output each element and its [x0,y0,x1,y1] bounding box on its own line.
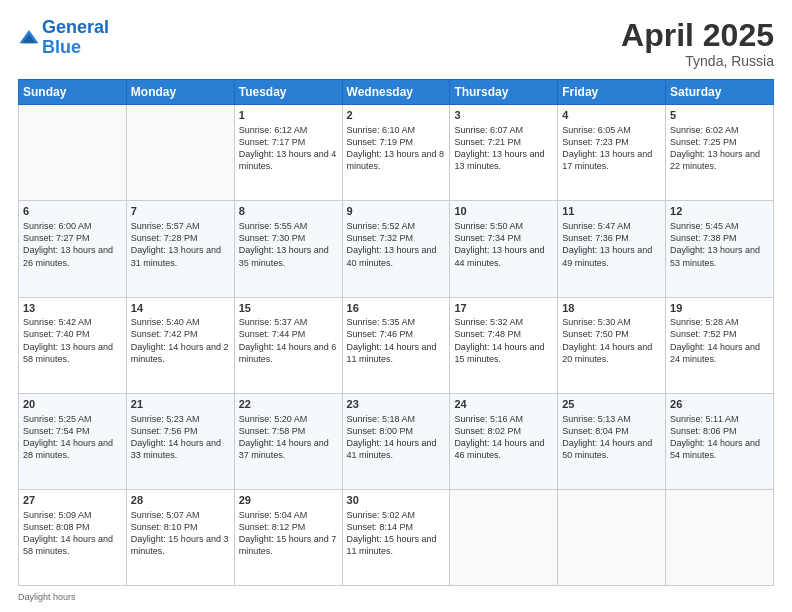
day-info: Sunrise: 5:52 AM Sunset: 7:32 PM Dayligh… [347,220,446,269]
table-row: 6Sunrise: 6:00 AM Sunset: 7:27 PM Daylig… [19,201,127,297]
day-info: Sunrise: 6:00 AM Sunset: 7:27 PM Dayligh… [23,220,122,269]
table-row: 26Sunrise: 5:11 AM Sunset: 8:06 PM Dayli… [666,393,774,489]
col-monday: Monday [126,80,234,105]
table-row: 18Sunrise: 5:30 AM Sunset: 7:50 PM Dayli… [558,297,666,393]
day-info: Sunrise: 5:09 AM Sunset: 8:08 PM Dayligh… [23,509,122,558]
logo-icon [18,27,40,49]
table-row: 4Sunrise: 6:05 AM Sunset: 7:23 PM Daylig… [558,105,666,201]
day-number: 30 [347,493,446,508]
day-info: Sunrise: 5:42 AM Sunset: 7:40 PM Dayligh… [23,316,122,365]
day-number: 16 [347,301,446,316]
table-row: 23Sunrise: 5:18 AM Sunset: 8:00 PM Dayli… [342,393,450,489]
table-row: 11Sunrise: 5:47 AM Sunset: 7:36 PM Dayli… [558,201,666,297]
day-info: Sunrise: 5:32 AM Sunset: 7:48 PM Dayligh… [454,316,553,365]
day-info: Sunrise: 5:25 AM Sunset: 7:54 PM Dayligh… [23,413,122,462]
title-block: April 2025 Tynda, Russia [621,18,774,69]
day-info: Sunrise: 5:23 AM Sunset: 7:56 PM Dayligh… [131,413,230,462]
table-row [450,489,558,585]
day-number: 5 [670,108,769,123]
table-row: 7Sunrise: 5:57 AM Sunset: 7:28 PM Daylig… [126,201,234,297]
day-info: Sunrise: 5:35 AM Sunset: 7:46 PM Dayligh… [347,316,446,365]
day-info: Sunrise: 5:30 AM Sunset: 7:50 PM Dayligh… [562,316,661,365]
day-info: Sunrise: 5:16 AM Sunset: 8:02 PM Dayligh… [454,413,553,462]
day-info: Sunrise: 6:12 AM Sunset: 7:17 PM Dayligh… [239,124,338,173]
table-row [19,105,127,201]
day-number: 2 [347,108,446,123]
table-row: 8Sunrise: 5:55 AM Sunset: 7:30 PM Daylig… [234,201,342,297]
calendar-week-2: 6Sunrise: 6:00 AM Sunset: 7:27 PM Daylig… [19,201,774,297]
calendar-header-row: Sunday Monday Tuesday Wednesday Thursday… [19,80,774,105]
day-info: Sunrise: 5:47 AM Sunset: 7:36 PM Dayligh… [562,220,661,269]
day-info: Sunrise: 6:02 AM Sunset: 7:25 PM Dayligh… [670,124,769,173]
table-row: 10Sunrise: 5:50 AM Sunset: 7:34 PM Dayli… [450,201,558,297]
table-row: 20Sunrise: 5:25 AM Sunset: 7:54 PM Dayli… [19,393,127,489]
table-row: 28Sunrise: 5:07 AM Sunset: 8:10 PM Dayli… [126,489,234,585]
day-info: Sunrise: 5:50 AM Sunset: 7:34 PM Dayligh… [454,220,553,269]
day-info: Sunrise: 5:45 AM Sunset: 7:38 PM Dayligh… [670,220,769,269]
day-info: Sunrise: 5:04 AM Sunset: 8:12 PM Dayligh… [239,509,338,558]
day-info: Sunrise: 5:20 AM Sunset: 7:58 PM Dayligh… [239,413,338,462]
day-info: Sunrise: 5:55 AM Sunset: 7:30 PM Dayligh… [239,220,338,269]
logo-blue: Blue [42,37,81,57]
col-tuesday: Tuesday [234,80,342,105]
day-info: Sunrise: 5:57 AM Sunset: 7:28 PM Dayligh… [131,220,230,269]
day-number: 14 [131,301,230,316]
logo: General Blue [18,18,109,58]
table-row: 21Sunrise: 5:23 AM Sunset: 7:56 PM Dayli… [126,393,234,489]
col-saturday: Saturday [666,80,774,105]
day-number: 6 [23,204,122,219]
table-row: 19Sunrise: 5:28 AM Sunset: 7:52 PM Dayli… [666,297,774,393]
day-number: 22 [239,397,338,412]
header: General Blue April 2025 Tynda, Russia [18,18,774,69]
day-number: 20 [23,397,122,412]
col-sunday: Sunday [19,80,127,105]
day-number: 11 [562,204,661,219]
day-info: Sunrise: 5:11 AM Sunset: 8:06 PM Dayligh… [670,413,769,462]
table-row: 15Sunrise: 5:37 AM Sunset: 7:44 PM Dayli… [234,297,342,393]
day-info: Sunrise: 5:18 AM Sunset: 8:00 PM Dayligh… [347,413,446,462]
calendar-week-1: 1Sunrise: 6:12 AM Sunset: 7:17 PM Daylig… [19,105,774,201]
day-info: Sunrise: 6:07 AM Sunset: 7:21 PM Dayligh… [454,124,553,173]
day-number: 26 [670,397,769,412]
table-row [126,105,234,201]
col-wednesday: Wednesday [342,80,450,105]
table-row: 22Sunrise: 5:20 AM Sunset: 7:58 PM Dayli… [234,393,342,489]
page: General Blue April 2025 Tynda, Russia Su… [0,0,792,612]
table-row: 17Sunrise: 5:32 AM Sunset: 7:48 PM Dayli… [450,297,558,393]
day-number: 7 [131,204,230,219]
day-number: 8 [239,204,338,219]
location-title: Tynda, Russia [621,53,774,69]
calendar-week-4: 20Sunrise: 5:25 AM Sunset: 7:54 PM Dayli… [19,393,774,489]
day-number: 4 [562,108,661,123]
logo-general: General [42,17,109,37]
day-info: Sunrise: 5:37 AM Sunset: 7:44 PM Dayligh… [239,316,338,365]
footer-text: Daylight hours [18,592,774,602]
day-number: 24 [454,397,553,412]
table-row [558,489,666,585]
col-friday: Friday [558,80,666,105]
table-row: 9Sunrise: 5:52 AM Sunset: 7:32 PM Daylig… [342,201,450,297]
day-number: 19 [670,301,769,316]
day-number: 13 [23,301,122,316]
table-row: 29Sunrise: 5:04 AM Sunset: 8:12 PM Dayli… [234,489,342,585]
calendar-table: Sunday Monday Tuesday Wednesday Thursday… [18,79,774,586]
table-row: 1Sunrise: 6:12 AM Sunset: 7:17 PM Daylig… [234,105,342,201]
day-number: 21 [131,397,230,412]
table-row: 16Sunrise: 5:35 AM Sunset: 7:46 PM Dayli… [342,297,450,393]
table-row [666,489,774,585]
table-row: 12Sunrise: 5:45 AM Sunset: 7:38 PM Dayli… [666,201,774,297]
day-number: 17 [454,301,553,316]
table-row: 3Sunrise: 6:07 AM Sunset: 7:21 PM Daylig… [450,105,558,201]
table-row: 13Sunrise: 5:42 AM Sunset: 7:40 PM Dayli… [19,297,127,393]
table-row: 5Sunrise: 6:02 AM Sunset: 7:25 PM Daylig… [666,105,774,201]
day-number: 18 [562,301,661,316]
day-number: 28 [131,493,230,508]
day-number: 9 [347,204,446,219]
day-info: Sunrise: 5:28 AM Sunset: 7:52 PM Dayligh… [670,316,769,365]
day-number: 10 [454,204,553,219]
day-number: 12 [670,204,769,219]
month-year-title: April 2025 [621,18,774,53]
day-info: Sunrise: 6:05 AM Sunset: 7:23 PM Dayligh… [562,124,661,173]
day-number: 29 [239,493,338,508]
day-info: Sunrise: 5:07 AM Sunset: 8:10 PM Dayligh… [131,509,230,558]
